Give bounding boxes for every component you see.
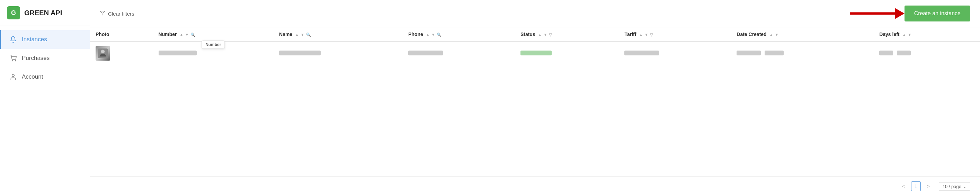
name-filter-icon[interactable]: 🔍 [306,33,311,37]
sidebar: G GREEN API Instances Purcha [0,0,90,196]
status-controls: ▲ ▼ ▽ [538,33,552,37]
cell-tariff [619,41,731,65]
status-badge [520,51,552,56]
clear-filters-label: Clear filters [108,11,134,17]
col-phone: Phone ▲ ▼ 🔍 [403,27,515,41]
col-days-left: Days left ▲ ▼ [874,27,980,41]
phone-value [408,51,443,56]
toolbar: Clear filters Create an instance [90,0,980,27]
phone-sort-asc-icon[interactable]: ▲ [426,33,430,37]
phone-controls: ▲ ▼ 🔍 [426,33,442,37]
phone-filter-icon[interactable]: 🔍 [437,33,442,37]
number-controls: ▲ ▼ 🔍 [180,33,195,37]
col-photo-label: Photo [95,32,110,37]
red-arrow [850,6,905,21]
tariff-sort-asc-icon[interactable]: ▲ [639,33,643,37]
next-page-button[interactable]: > [924,182,933,191]
svg-marker-3 [100,11,105,15]
bell-icon [10,36,17,43]
create-instance-button[interactable]: Create an instance [905,6,970,21]
col-name: Name ▲ ▼ 🔍 [274,27,403,41]
cell-days-left [874,41,980,65]
cell-date-created [731,41,874,65]
logo-area: G GREEN API [0,0,90,26]
create-instance-label: Create an instance [914,10,961,16]
logo-icon: G [7,6,20,19]
col-number: Number ▲ ▼ 🔍 Number [153,27,274,41]
number-filter-icon[interactable]: 🔍 [191,33,195,37]
avatar [95,46,110,61]
col-number-label: Number [159,32,177,37]
col-name-label: Name [279,32,292,37]
pagination-bar: < 1 > 10 / page ⌄ [90,176,980,196]
logo-letter: G [11,10,16,17]
cell-status [515,41,619,65]
col-days-left-label: Days left [879,32,899,37]
number-sort-desc-icon[interactable]: ▼ [185,33,189,37]
cell-phone [403,41,515,65]
tariff-controls: ▲ ▼ ▽ [639,33,653,37]
col-date-created-label: Date Created [737,32,766,37]
filter-icon [100,10,105,17]
svg-point-1 [15,61,16,61]
col-status-label: Status [520,32,535,37]
col-tariff: Tariff ▲ ▼ ▽ [619,27,731,41]
phone-sort-desc-icon[interactable]: ▼ [431,33,435,37]
user-icon [10,73,17,81]
per-page-select[interactable]: 10 / page ⌄ [939,182,970,191]
sidebar-item-purchases-label: Purchases [22,55,49,62]
instances-table: Photo Number ▲ ▼ 🔍 Number Nam [90,27,980,65]
current-page[interactable]: 1 [911,182,921,191]
nav-items: Instances Purchases Account [0,26,90,196]
create-instance-area: Create an instance [850,6,970,21]
col-phone-label: Phone [408,32,423,37]
per-page-chevron-icon: ⌄ [963,184,967,189]
sidebar-item-account[interactable]: Account [0,67,90,86]
clear-filters-button[interactable]: Clear filters [100,10,134,17]
cell-name [274,41,403,65]
date-sort-desc-icon[interactable]: ▼ [775,33,778,37]
days-left-controls: ▲ ▼ [902,33,912,37]
tariff-value [624,51,659,56]
prev-page-button[interactable]: < [899,182,908,191]
per-page-label: 10 / page [943,184,961,189]
logo-text: GREEN API [24,9,62,17]
name-sort-desc-icon[interactable]: ▼ [301,33,304,37]
table-header-row: Photo Number ▲ ▼ 🔍 Number Nam [90,27,980,41]
date-controls: ▲ ▼ [770,33,779,37]
col-date-created: Date Created ▲ ▼ [731,27,874,41]
sidebar-item-account-label: Account [22,73,43,80]
cart-icon [10,54,17,62]
tariff-sort-desc-icon[interactable]: ▼ [644,33,648,37]
sidebar-item-instances-label: Instances [22,36,47,43]
instances-table-container: Photo Number ▲ ▼ 🔍 Number Nam [90,27,980,176]
name-controls: ▲ ▼ 🔍 [295,33,311,37]
svg-point-2 [12,75,14,77]
status-filter-icon[interactable]: ▽ [549,33,552,37]
days-left-unit [897,51,911,56]
date-created-time [765,51,784,56]
days-sort-asc-icon[interactable]: ▲ [902,33,906,37]
status-sort-asc-icon[interactable]: ▲ [538,33,542,37]
days-left-value [879,51,893,56]
svg-marker-5 [895,8,905,19]
number-sort-asc-icon[interactable]: ▲ [180,33,183,37]
days-sort-desc-icon[interactable]: ▼ [908,33,912,37]
name-value [279,51,321,56]
svg-point-0 [12,61,13,61]
col-status: Status ▲ ▼ ▽ [515,27,619,41]
col-tariff-label: Tariff [624,32,636,37]
date-created-value [737,51,761,56]
tariff-filter-icon[interactable]: ▽ [650,33,653,37]
col-photo: Photo [90,27,153,41]
status-sort-desc-icon[interactable]: ▼ [543,33,547,37]
sidebar-item-purchases[interactable]: Purchases [0,49,90,67]
cell-photo [90,41,153,65]
main-content: Clear filters Create an instance Pho [90,0,980,196]
date-sort-asc-icon[interactable]: ▲ [770,33,773,37]
number-value [159,51,197,56]
name-sort-asc-icon[interactable]: ▲ [295,33,299,37]
number-tooltip: Number [202,40,225,49]
sidebar-item-instances[interactable]: Instances [0,30,90,49]
